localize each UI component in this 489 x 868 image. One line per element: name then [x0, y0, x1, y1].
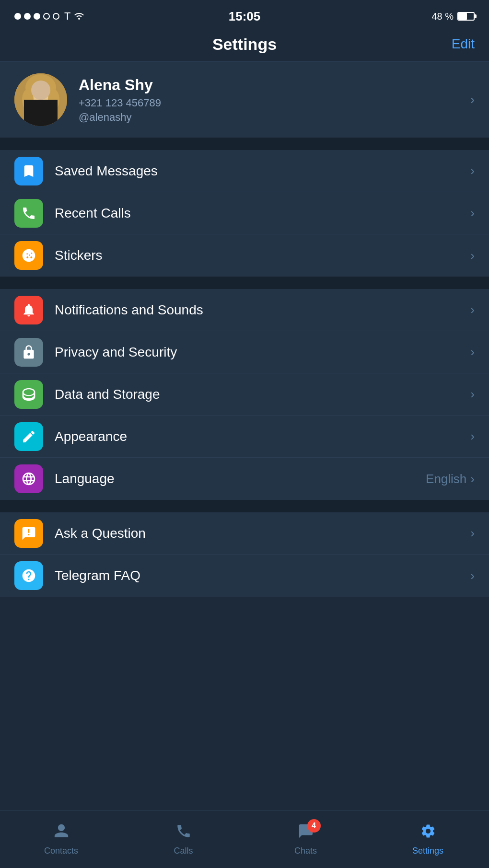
profile-phone: +321 123 456789	[79, 97, 459, 109]
settings-tab-label: Settings	[412, 846, 443, 856]
settings-tab-icon	[420, 823, 436, 843]
language-label: Language	[55, 471, 426, 486]
privacy-icon	[14, 338, 43, 367]
appearance-icon	[14, 422, 43, 451]
menu-section-2: Notifications and Sounds › Privacy and S…	[0, 289, 489, 500]
signal-dot-5	[53, 13, 59, 20]
svg-point-6	[26, 112, 55, 121]
profile-section[interactable]: Alena Shy +321 123 456789 @alenashy ›	[0, 62, 489, 138]
svg-rect-5	[24, 116, 58, 126]
status-left: T	[14, 10, 85, 23]
tab-chats[interactable]: 4 Chats	[244, 823, 367, 856]
stickers-label: Stickers	[55, 248, 470, 263]
ask-question-chevron-icon: ›	[470, 526, 475, 541]
signal-dot-4	[43, 13, 50, 20]
menu-item-saved-messages[interactable]: Saved Messages ›	[0, 150, 489, 192]
appearance-label: Appearance	[55, 429, 470, 444]
telegram-faq-icon	[14, 561, 43, 590]
menu-item-ask-question[interactable]: Ask a Question ›	[0, 512, 489, 555]
contacts-tab-label: Contacts	[44, 846, 78, 856]
privacy-label: Privacy and Security	[55, 345, 470, 360]
profile-chevron-icon: ›	[470, 92, 475, 107]
recent-calls-chevron-icon: ›	[470, 206, 475, 220]
svg-point-4	[48, 89, 59, 110]
edit-button[interactable]: Edit	[452, 36, 475, 52]
menu-item-language[interactable]: Language English ›	[0, 458, 489, 500]
recent-calls-icon	[14, 199, 43, 228]
wifi-icon	[73, 11, 85, 22]
profile-username: @alenashy	[79, 111, 459, 124]
status-bar: T 15:05 48 %	[0, 0, 489, 29]
header: Settings Edit	[0, 29, 489, 62]
status-time: 15:05	[229, 9, 261, 24]
avatar-image	[14, 73, 67, 126]
recent-calls-label: Recent Calls	[55, 206, 470, 221]
chats-tab-label: Chats	[294, 846, 317, 856]
profile-info: Alena Shy +321 123 456789 @alenashy	[79, 76, 459, 124]
notifications-label: Notifications and Sounds	[55, 302, 470, 318]
appearance-chevron-icon: ›	[470, 429, 475, 444]
menu-item-telegram-faq[interactable]: Telegram FAQ ›	[0, 555, 489, 597]
tab-calls[interactable]: Calls	[122, 823, 244, 856]
separator-1	[0, 138, 489, 150]
stickers-chevron-icon: ›	[470, 248, 475, 263]
privacy-chevron-icon: ›	[470, 345, 475, 359]
data-storage-icon	[14, 380, 43, 409]
menu-item-notifications[interactable]: Notifications and Sounds ›	[0, 289, 489, 331]
ask-question-label: Ask a Question	[55, 526, 470, 541]
chats-tab-icon: 4	[298, 823, 314, 843]
data-storage-chevron-icon: ›	[470, 387, 475, 402]
menu-item-privacy[interactable]: Privacy and Security ›	[0, 331, 489, 373]
separator-2	[0, 277, 489, 289]
chats-badge: 4	[307, 819, 321, 833]
profile-name: Alena Shy	[79, 76, 459, 94]
language-chevron-icon: ›	[470, 472, 475, 486]
calls-tab-icon	[175, 823, 192, 843]
signal-dot-2	[24, 13, 31, 20]
tab-contacts[interactable]: Contacts	[0, 823, 122, 856]
notifications-chevron-icon: ›	[470, 302, 475, 317]
menu-section-3: Ask a Question › Telegram FAQ ›	[0, 512, 489, 597]
calls-tab-label: Calls	[174, 846, 193, 856]
svg-point-3	[22, 89, 34, 110]
saved-messages-icon	[14, 157, 43, 185]
data-storage-label: Data and Storage	[55, 387, 470, 402]
telegram-faq-chevron-icon: ›	[470, 568, 475, 583]
signal-dot-3	[34, 13, 40, 20]
battery-icon	[457, 12, 475, 21]
tab-settings[interactable]: Settings	[367, 823, 489, 856]
saved-messages-label: Saved Messages	[55, 163, 470, 179]
notifications-icon	[14, 296, 43, 324]
menu-section-1: Saved Messages › Recent Calls › Stickers…	[0, 150, 489, 277]
menu-item-recent-calls[interactable]: Recent Calls ›	[0, 192, 489, 234]
language-icon	[14, 464, 43, 493]
status-right: 48 %	[431, 11, 475, 22]
tab-bar: Contacts Calls 4 Chats Settings	[0, 810, 489, 868]
carrier-label: T	[64, 10, 70, 23]
menu-item-appearance[interactable]: Appearance ›	[0, 416, 489, 458]
separator-3	[0, 500, 489, 512]
saved-messages-chevron-icon: ›	[470, 163, 475, 178]
telegram-faq-label: Telegram FAQ	[55, 568, 470, 583]
stickers-icon	[14, 241, 43, 270]
battery-percent: 48 %	[431, 11, 454, 22]
page-title: Settings	[212, 35, 277, 54]
menu-item-stickers[interactable]: Stickers ›	[0, 234, 489, 277]
language-value: English	[426, 472, 466, 486]
contacts-tab-icon	[53, 823, 70, 843]
signal-dot-1	[14, 13, 21, 20]
avatar	[14, 73, 67, 126]
ask-question-icon	[14, 519, 43, 548]
menu-item-data-storage[interactable]: Data and Storage ›	[0, 373, 489, 416]
